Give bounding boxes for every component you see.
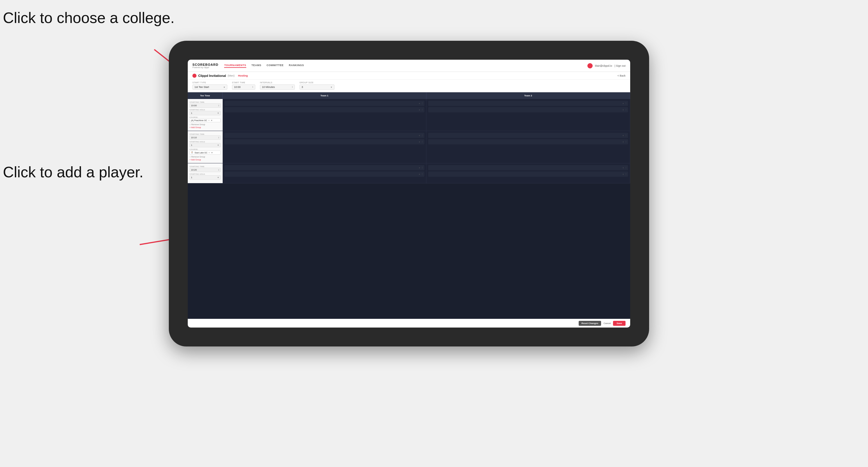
nav-tournaments[interactable]: TOURNAMENTS: [224, 64, 246, 68]
slot-x-icon: ×: [419, 109, 420, 111]
brand: SCOREBOARD Powered by clippd: [192, 63, 218, 68]
course-label-2: COURSE:: [189, 149, 221, 150]
course-name-2: East Lake GC: [195, 152, 208, 154]
player-slot-3-2[interactable]: × ⋮: [224, 139, 424, 145]
course-tag-2[interactable]: 🏌 East Lake GC × ▼: [189, 151, 221, 155]
starting-time-label-1: STARTING TIME:: [189, 101, 221, 103]
starting-hole-input-3[interactable]: 1 ▼: [189, 175, 221, 180]
course-chevron-2: ▼: [211, 152, 213, 154]
time-info-icon-1: ℹ: [218, 104, 219, 107]
player-slot-6-1[interactable]: × ⋮: [428, 165, 628, 170]
team2-col-2: × ⋮ × ⋮: [427, 131, 630, 163]
intervals-value: 10 Minutes: [262, 86, 275, 89]
group-controls-3: STARTING TIME: 10:20 ℹ STARTING HOLE: 1 …: [188, 163, 223, 183]
player-slot-1-1[interactable]: × ⋮: [224, 101, 424, 106]
team-slots-2: × ⋮ × ⋮ × ⋮: [223, 131, 630, 163]
col-team1-header: Team 1: [223, 92, 427, 99]
add-group-link-2[interactable]: + Add Group: [189, 159, 221, 161]
brand-sub: Powered by clippd: [192, 66, 218, 68]
reset-button[interactable]: Reset Changes: [579, 321, 601, 326]
course-remove-icon-1[interactable]: ×: [209, 119, 210, 121]
group-size-select[interactable]: 3 ▼: [300, 85, 335, 90]
back-button[interactable]: < Back: [617, 74, 625, 77]
course-tag-1[interactable]: (A) Peachtree GC × ▼: [189, 119, 221, 122]
slot-x-icon: ×: [419, 102, 420, 104]
slot-dots-icon: ⋮: [625, 141, 627, 143]
starting-time-label-3: STARTING TIME:: [189, 166, 221, 167]
nav-committee[interactable]: COMMITTEE: [267, 64, 284, 68]
slot-dots-icon: ⋮: [421, 108, 423, 111]
start-type-group: Start Type 1st Tee Start ▼: [192, 82, 227, 90]
user-avatar: [587, 63, 593, 68]
course-chevron-1: ▼: [211, 119, 213, 121]
sign-out[interactable]: | Sign out: [615, 64, 625, 67]
course-remove-icon-2[interactable]: ×: [209, 152, 210, 154]
table-scroll: STARTING TIME: 10:00 ℹ STARTING HOLE: 1 …: [188, 99, 630, 319]
start-type-select[interactable]: 1st Tee Start ▼: [192, 85, 227, 90]
nav-teams[interactable]: TEAMS: [251, 64, 261, 68]
player-slot-2-1[interactable]: × ⋮: [428, 101, 628, 106]
team2-col-3: × ⋮ × ⋮: [427, 163, 630, 183]
team1-col-3: × ⋮ × ⋮: [223, 163, 427, 183]
starting-time-input-2[interactable]: 10:10 ℹ: [189, 135, 221, 140]
slot-x-icon: ×: [419, 134, 420, 136]
slot-dots-icon: ⋮: [625, 102, 627, 104]
nav-right: blair@clippd.io | Sign out: [587, 63, 625, 68]
start-time-value: 10:00: [234, 86, 241, 89]
remove-group-link-1[interactable]: ○ Remove Group: [189, 123, 221, 125]
start-time-group: Start Time 10:00 ℹ: [232, 82, 255, 90]
starting-time-input-1[interactable]: 10:00 ℹ: [189, 103, 221, 108]
footer-bar: Reset Changes Cancel Save: [188, 319, 630, 328]
starting-time-input-3[interactable]: 10:20 ℹ: [189, 168, 221, 172]
slot-dots-icon: ⋮: [421, 102, 423, 104]
player-slot-3-1[interactable]: × ⋮: [224, 133, 424, 138]
player-slot-2-2[interactable]: × ⋮: [428, 107, 628, 113]
starting-hole-field-3: STARTING HOLE: 1 ▼: [189, 173, 221, 180]
slot-x-icon: ×: [623, 173, 624, 175]
intervals-select[interactable]: 10 Minutes ℹ: [260, 85, 295, 90]
annotation-college-text: Click to choose a college.: [3, 9, 175, 26]
col-team2-header: Team 2: [427, 92, 630, 99]
player-slot-4-2[interactable]: × ⋮: [428, 139, 628, 145]
remove-group-link-2[interactable]: ○ Remove Group: [189, 156, 221, 158]
starting-hole-field-2: STARTING HOLE: 1 ▼: [189, 141, 221, 147]
slot-x-icon: ×: [623, 167, 624, 169]
course-icon-2: 🏌: [191, 151, 193, 154]
slot-x-icon: ×: [623, 109, 624, 111]
col-tee-header: Tee Time: [188, 92, 223, 99]
annotation-player: Click to add a player.: [3, 163, 144, 181]
player-slot-5-2[interactable]: × ⋮: [224, 172, 424, 177]
course-name-1: (A) Peachtree GC: [191, 119, 207, 121]
course-label-1: COURSE:: [189, 117, 221, 118]
group-row-2: STARTING TIME: 10:10 ℹ STARTING HOLE: 1 …: [188, 131, 630, 163]
start-time-label: Start Time: [232, 82, 255, 84]
slot-dots-icon: ⋮: [421, 134, 423, 136]
sub-header: Clippd Invitational (Men) Hosting < Back: [188, 72, 630, 80]
cancel-button[interactable]: Cancel: [603, 322, 611, 324]
player-slot-6-2[interactable]: × ⋮: [428, 172, 628, 177]
intervals-group: Intervals 10 Minutes ℹ: [260, 82, 295, 90]
starting-time-label-2: STARTING TIME:: [189, 133, 221, 135]
annotation-college: Click to choose a college.: [3, 9, 175, 27]
hole-chevron-2: ▼: [217, 144, 219, 146]
start-time-input[interactable]: 10:00 ℹ: [232, 85, 255, 90]
starting-hole-input-2[interactable]: 1 ▼: [189, 143, 221, 147]
player-slot-5-1[interactable]: × ⋮: [224, 165, 424, 170]
save-button[interactable]: Save: [613, 321, 625, 326]
player-slot-1-2[interactable]: × ⋮: [224, 107, 424, 113]
starting-hole-label-2: STARTING HOLE:: [189, 141, 221, 143]
slot-dots-icon: ⋮: [421, 173, 423, 175]
chevron-icon-groupsize: ▼: [330, 86, 333, 88]
start-type-label: Start Type: [192, 82, 227, 84]
user-email: blair@clippd.io: [595, 64, 612, 67]
hosting-badge: Hosting: [238, 74, 248, 77]
starting-hole-input-1[interactable]: 1 ▼: [189, 111, 221, 115]
slot-x-icon: ×: [623, 134, 624, 136]
player-slot-4-1[interactable]: × ⋮: [428, 133, 628, 138]
nav-rankings[interactable]: RANKINGS: [289, 64, 304, 68]
starting-time-field-2: STARTING TIME: 10:10 ℹ: [189, 133, 221, 140]
starting-hole-field-1: STARTING HOLE: 1 ▼: [189, 109, 221, 115]
slot-x-icon: ×: [623, 102, 624, 104]
add-group-link-1[interactable]: + Add Group: [189, 126, 221, 128]
annotation-player-text: Click to add a player.: [3, 164, 144, 181]
